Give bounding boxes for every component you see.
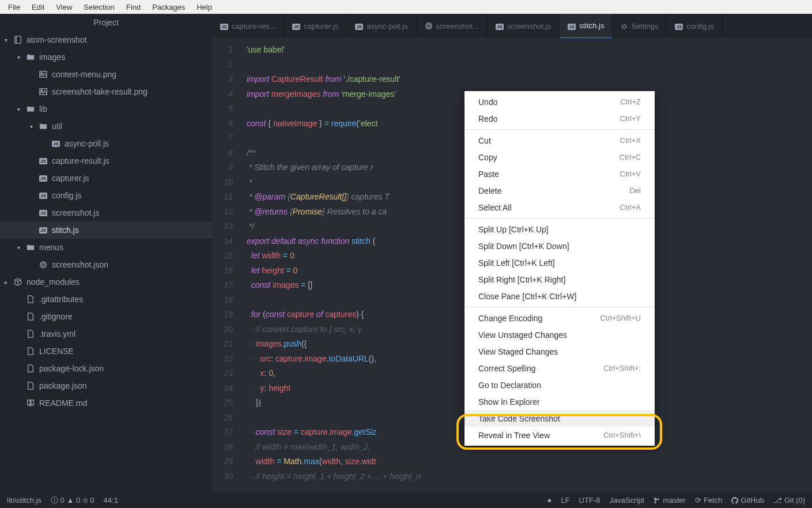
js-icon: JS bbox=[51, 141, 61, 147]
tree-item-label: atom-screenshot bbox=[27, 35, 86, 44]
menu-find[interactable]: Find bbox=[120, 2, 146, 13]
tree-item-package-lock-json[interactable]: package-lock.json bbox=[0, 360, 212, 377]
tree-item-screenshot-js[interactable]: JSscreenshot.js bbox=[0, 204, 212, 221]
tree-item-config-js[interactable]: JSconfig.js bbox=[0, 187, 212, 204]
tree-item-atom-screenshot[interactable]: ▾atom-screenshot bbox=[0, 31, 212, 48]
menu-item-view-unstaged-changes[interactable]: View Unstaged Changes bbox=[464, 326, 655, 343]
tree-item-lib[interactable]: ▾lib bbox=[0, 100, 212, 118]
tree-item-label: context-menu.png bbox=[52, 70, 116, 79]
menu-item-label: Redo bbox=[478, 114, 497, 123]
tree-item-context-menu-png[interactable]: context-menu.png bbox=[0, 66, 212, 83]
menu-item-change-encoding[interactable]: Change EncodingCtrl+Shift+U bbox=[464, 310, 655, 326]
gear-icon bbox=[621, 22, 628, 29]
tree-item-label: package-lock.json bbox=[39, 364, 104, 373]
tree-item-readme-md[interactable]: README.md bbox=[0, 394, 212, 412]
menu-item-view-staged-changes[interactable]: View Staged Changes bbox=[464, 343, 655, 360]
tab-stitch-js[interactable]: JSstitch.js bbox=[560, 14, 613, 38]
js-icon: JS bbox=[220, 22, 228, 29]
js-icon: JS bbox=[496, 22, 504, 29]
menu-item-show-in-explorer[interactable]: Show In Explorer bbox=[464, 393, 655, 410]
menu-item-label: View Staged Changes bbox=[478, 347, 558, 356]
status-git[interactable]: ⎇ Git (0) bbox=[773, 496, 805, 505]
status-file-path[interactable]: lib\stitch.js bbox=[7, 496, 41, 505]
tree-item-menus[interactable]: ▾menus bbox=[0, 239, 212, 256]
menu-item-copy[interactable]: CopyCtrl+C bbox=[464, 149, 655, 165]
tree-item-node-modules[interactable]: ▸node_modules bbox=[0, 273, 212, 291]
tree-item-images[interactable]: ▾images bbox=[0, 48, 212, 66]
tab-bar: JScapture-res...JScapturer.jsJSasync-pol… bbox=[212, 14, 812, 38]
menu-item-split-left-ctrl-k-left-[interactable]: Split Left [Ctrl+K Left] bbox=[464, 254, 655, 271]
tree-item-label: LICENSE bbox=[39, 347, 74, 356]
menu-item-close-pane-ctrl-k-ctrl-w-[interactable]: Close Pane [Ctrl+K Ctrl+W] bbox=[464, 288, 655, 304]
status-diagnostics[interactable]: ⓘ 0 ▲ 0 ⊙ 0 bbox=[51, 495, 95, 506]
menu-item-split-up-ctrl-k-up-[interactable]: Split Up [Ctrl+K Up] bbox=[464, 221, 655, 238]
tab-async-poll-js[interactable]: JSasync-poll.js bbox=[347, 14, 416, 38]
tree-item-package-json[interactable]: package.json bbox=[0, 377, 212, 394]
tree-item-capture-result-js[interactable]: JScapture-result.js bbox=[0, 152, 212, 170]
status-encoding[interactable]: UTF-8 bbox=[579, 496, 600, 505]
tree-item--gitignore[interactable]: .gitignore bbox=[0, 308, 212, 325]
menu-packages[interactable]: Packages bbox=[146, 2, 191, 13]
menu-edit[interactable]: Edit bbox=[26, 2, 50, 13]
menu-item-undo[interactable]: UndoCtrl+Z bbox=[464, 93, 655, 110]
menu-item-delete[interactable]: DeleteDel bbox=[464, 182, 655, 199]
menu-item-split-right-ctrl-k-right-[interactable]: Split Right [Ctrl+K Right] bbox=[464, 271, 655, 288]
status-git-branch[interactable]: master bbox=[654, 496, 686, 505]
menu-item-label: Split Up [Ctrl+K Up] bbox=[478, 225, 549, 234]
tree-item-screenshot-take-result-png[interactable]: screenshot-take-result.png bbox=[0, 83, 212, 100]
menu-item-go-to-declaration[interactable]: Go to Declaration bbox=[464, 377, 655, 393]
menu-separator bbox=[464, 129, 655, 130]
tree-item-label: screenshot.json bbox=[52, 260, 108, 269]
menu-selection[interactable]: Selection bbox=[78, 2, 120, 13]
tree-item-label: stitch.js bbox=[52, 225, 79, 235]
file-icon bbox=[25, 364, 36, 372]
menu-item-shortcut: Ctrl+Z bbox=[620, 97, 641, 106]
tree-item-license[interactable]: LICENSE bbox=[0, 343, 212, 360]
status-fetch[interactable]: ⟳ Fetch bbox=[695, 496, 723, 505]
menu-separator bbox=[464, 218, 655, 219]
tab-label: capture-res... bbox=[232, 22, 276, 31]
svg-point-7 bbox=[425, 23, 432, 29]
menu-item-reveal-in-tree-view[interactable]: Reveal in Tree ViewCtrl+Shift+\ bbox=[464, 427, 655, 443]
tree-item-screenshot-json[interactable]: screenshot.json bbox=[0, 256, 212, 273]
tab-capturer-js[interactable]: JScapturer.js bbox=[284, 14, 347, 38]
status-language[interactable]: JavaScript bbox=[609, 496, 644, 505]
menu-item-split-down-ctrl-k-down-[interactable]: Split Down [Ctrl+K Down] bbox=[464, 238, 655, 254]
status-line-ending[interactable]: LF bbox=[561, 496, 569, 505]
tree-item-capturer-js[interactable]: JScapturer.js bbox=[0, 170, 212, 187]
tree-item--travis-yml[interactable]: .travis.yml bbox=[0, 325, 212, 343]
tree-item--gitattributes[interactable]: .gitattributes bbox=[0, 291, 212, 308]
menu-item-label: Cut bbox=[478, 136, 491, 145]
tree-item-label: .travis.yml bbox=[39, 329, 75, 338]
menu-item-label: Change Encoding bbox=[478, 314, 542, 323]
menu-item-paste[interactable]: PasteCtrl+V bbox=[464, 165, 655, 182]
menu-item-shortcut: Ctrl+Shift+\ bbox=[603, 431, 641, 439]
tab-settings[interactable]: Settings bbox=[613, 14, 667, 38]
tree-item-stitch-js[interactable]: JSstitch.js bbox=[0, 221, 212, 239]
status-cursor-position[interactable]: 44:1 bbox=[104, 496, 118, 505]
tab-capture-res-[interactable]: JScapture-res... bbox=[212, 14, 284, 38]
menu-item-redo[interactable]: RedoCtrl+Y bbox=[464, 110, 655, 127]
js-icon: JS bbox=[38, 210, 48, 216]
file-icon bbox=[25, 330, 36, 338]
tree-item-util[interactable]: ▾util bbox=[0, 118, 212, 135]
tree-item-label: node_modules bbox=[27, 277, 80, 287]
file-icon bbox=[25, 382, 36, 390]
js-icon: JS bbox=[38, 158, 48, 164]
menu-item-label: Select All bbox=[478, 203, 512, 212]
tree-item-async-poll-js[interactable]: JSasync-poll.js bbox=[0, 135, 212, 152]
tree-item-label: lib bbox=[39, 104, 47, 114]
tab-config-js[interactable]: JSconfig.js bbox=[667, 14, 723, 38]
menu-help[interactable]: Help bbox=[191, 2, 218, 13]
menu-item-cut[interactable]: CutCtrl+X bbox=[464, 132, 655, 149]
image-icon bbox=[38, 88, 48, 96]
menu-item-take-code-screenshot[interactable]: Take Code Screenshot bbox=[464, 410, 655, 427]
menu-file[interactable]: File bbox=[2, 2, 26, 13]
menu-item-label: Show In Explorer bbox=[478, 397, 540, 407]
status-github[interactable]: GitHub bbox=[731, 496, 764, 505]
tab-screenshot-[interactable]: screenshot... bbox=[417, 14, 488, 38]
tab-screenshot-js[interactable]: JSscreenshot.js bbox=[488, 14, 560, 38]
menu-view[interactable]: View bbox=[50, 2, 78, 13]
menu-item-correct-spelling[interactable]: Correct SpellingCtrl+Shift+; bbox=[464, 360, 655, 377]
menu-item-select-all[interactable]: Select AllCtrl+A bbox=[464, 199, 655, 216]
